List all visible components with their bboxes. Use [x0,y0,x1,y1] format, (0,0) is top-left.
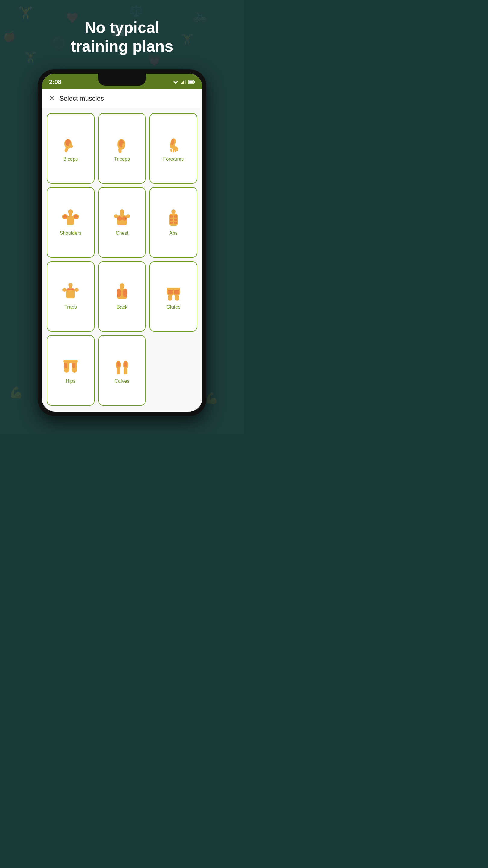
phone-inner: 2:08 [42,73,202,412]
svg-point-54 [117,289,121,297]
bg-icon-muscle2: 💪 [205,392,218,404]
svg-point-51 [62,288,67,292]
svg-rect-39 [174,216,177,218]
svg-rect-7 [189,81,193,84]
traps-label: Traps [64,304,76,310]
svg-point-29 [68,210,73,214]
svg-rect-64 [168,295,172,301]
muscle-glutes[interactable]: Glutes [150,261,197,332]
phone-wrapper: 2:08 [38,69,206,416]
svg-rect-45 [172,212,175,214]
chest-icon [112,210,132,229]
svg-rect-56 [121,289,123,299]
svg-rect-63 [167,287,180,290]
hips-label: Hips [66,378,75,384]
svg-rect-1 [181,83,182,84]
calves-label: Calves [115,378,130,384]
svg-point-75 [124,361,127,367]
shoulders-icon [61,210,80,229]
svg-point-36 [126,214,130,218]
muscle-forearms[interactable]: Forearms [150,113,197,184]
svg-rect-6 [194,81,195,83]
svg-point-31 [117,216,122,221]
wifi-icon [173,80,178,84]
svg-rect-70 [63,360,78,363]
svg-point-0 [175,84,176,84]
battery-icon [188,80,195,84]
svg-rect-46 [66,289,75,299]
headline-line1: No typical [0,18,244,37]
traps-icon [61,283,80,303]
muscle-chest[interactable]: Chest [98,187,146,258]
triceps-icon [112,135,132,155]
abs-label: Abs [169,230,178,236]
muscle-calves[interactable]: Calves [98,335,146,406]
phone-notch [98,73,146,86]
svg-rect-21 [170,149,172,152]
bg-icon-heart2: 💗 [148,54,161,67]
signal-icon [181,80,186,84]
svg-point-35 [114,214,118,218]
svg-rect-41 [174,218,177,221]
status-time: 2:08 [49,79,61,86]
muscle-traps[interactable]: Traps [47,261,95,332]
screen-title: Select muscles [59,95,104,102]
chest-label: Chest [116,230,128,236]
svg-point-72 [117,361,120,367]
top-bar: ✕ Select muscles [42,89,202,108]
close-button[interactable]: ✕ [49,95,55,102]
muscle-grid: Biceps Triceps [42,108,202,412]
svg-point-25 [63,215,67,218]
shoulders-label: Shoulders [60,230,82,236]
muscle-biceps[interactable]: Biceps [47,113,95,184]
svg-point-32 [122,216,127,221]
svg-rect-4 [185,80,186,84]
svg-point-34 [120,210,124,214]
headline-line2: training plans [0,37,244,56]
glutes-label: Glutes [167,304,181,310]
bg-icon-scale: ⚖️ [130,4,143,17]
biceps-label: Biceps [63,156,78,162]
muscle-triceps[interactable]: Triceps [98,113,146,184]
triceps-label: Triceps [114,156,130,162]
phone-outer: 2:08 [38,69,206,416]
forearms-icon [164,135,183,155]
back-label: Back [117,304,127,310]
bg-icon-muscle: 💪 [9,386,23,399]
back-icon [112,283,132,303]
svg-point-27 [74,215,78,218]
svg-rect-40 [170,218,173,221]
svg-rect-65 [175,295,179,301]
forearms-label: Forearms [163,156,184,162]
muscle-shoulders[interactable]: Shoulders [47,187,95,258]
svg-point-52 [74,288,78,292]
muscle-hips[interactable]: Hips [47,335,95,406]
status-bar: 2:08 [42,73,202,89]
svg-rect-20 [173,149,174,152]
abs-icon [164,210,183,229]
svg-rect-73 [117,368,120,374]
status-icons [173,80,195,84]
glutes-icon [164,283,183,303]
biceps-icon [61,135,80,155]
svg-rect-2 [182,82,183,84]
calves-icon [112,358,132,377]
app-content: ✕ Select muscles Biceps [42,89,202,412]
svg-point-55 [123,289,127,297]
svg-rect-38 [170,216,173,218]
svg-rect-42 [170,221,173,224]
muscle-back[interactable]: Back [98,261,146,332]
svg-rect-58 [121,286,124,289]
svg-rect-76 [124,368,127,374]
hips-icon [61,358,80,377]
headline: No typical training plans [0,18,244,56]
svg-rect-43 [174,221,177,224]
svg-rect-3 [184,81,184,84]
muscle-abs[interactable]: Abs [150,187,197,258]
